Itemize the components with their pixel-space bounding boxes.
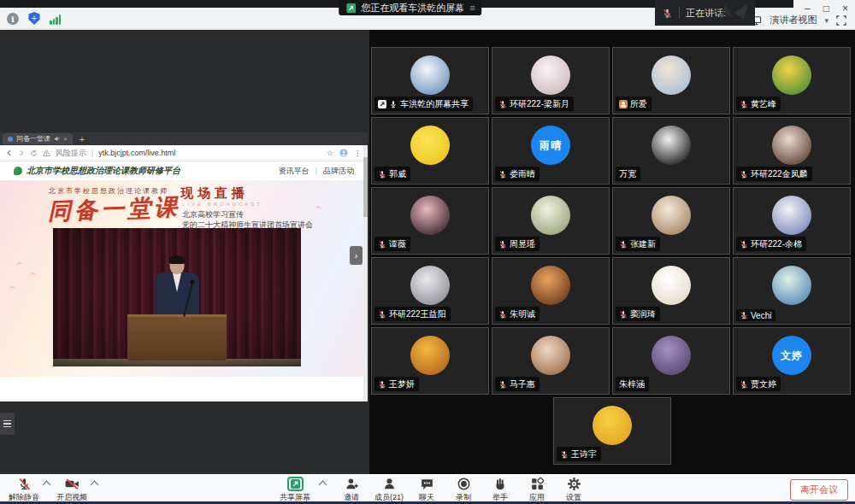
participant-name: 万宽	[619, 168, 636, 180]
unmute-button[interactable]: 解除静音	[9, 477, 39, 503]
participant-tile[interactable]: 朱梓涵	[612, 327, 730, 395]
mic-muted-icon	[619, 240, 628, 249]
participant-tile[interactable]: 环研222金凤麟	[733, 117, 851, 185]
participant-tile[interactable]: 张建新	[612, 187, 730, 255]
site-brand[interactable]: 北京市学校思想政治理论课教师研修平台	[14, 165, 180, 177]
participant-tile[interactable]: 王梦妍	[371, 327, 489, 395]
nav-link[interactable]: 品牌活动	[323, 166, 354, 177]
participant-label: 环研222王益阳	[374, 307, 451, 321]
participant-tile[interactable]: 王诗宇	[553, 397, 671, 465]
start-video-button[interactable]: 开启视频	[56, 477, 87, 503]
browser-scrollbar[interactable]	[363, 145, 368, 401]
mic-muted-icon	[498, 240, 507, 249]
start-video-label: 开启视频	[56, 492, 87, 503]
avatar	[652, 56, 691, 95]
new-tab-button[interactable]: +	[80, 135, 85, 144]
network-signal-icon[interactable]	[50, 15, 61, 25]
address-bar[interactable]: ytk.bjcjpt.com/live.html	[98, 149, 321, 157]
participant-tile[interactable]: 雨晴 娄雨晴	[492, 117, 610, 185]
security-shield-icon[interactable]: +	[28, 12, 40, 25]
participant-tile[interactable]: 所爱	[612, 47, 730, 114]
participant-label: 谭薇	[374, 237, 410, 251]
participant-tile[interactable]: 郭威	[371, 117, 489, 185]
participant-label: 所爱	[616, 97, 652, 111]
browser-tab-strip: 同备一堂课 × +	[0, 132, 368, 145]
participant-tile[interactable]: 环研222-梁新月	[492, 47, 610, 114]
maximize-button[interactable]: □	[823, 3, 829, 15]
participants-grid: 车洪乾的屏幕共享 环研222-梁新月 所爱 黄艺峰	[369, 30, 855, 474]
record-icon	[457, 477, 471, 491]
reload-icon[interactable]	[30, 149, 38, 157]
participant-tile[interactable]: Vechi	[733, 257, 851, 325]
video-options-chevron[interactable]	[91, 481, 99, 489]
participant-tile[interactable]: 马子惠	[492, 327, 610, 395]
participant-label: 环研222-余棉	[736, 237, 806, 251]
browser-tab[interactable]: 同备一堂课 ×	[3, 133, 73, 144]
leave-meeting-button[interactable]: 离开会议	[790, 479, 848, 501]
scrollbar-thumb[interactable]	[363, 157, 368, 217]
site-brand-text: 北京市学校思想政治理论课教师研修平台	[27, 165, 180, 177]
participant-tile[interactable]: 周昱瑶	[492, 187, 610, 255]
members-icon	[382, 477, 397, 491]
avatar	[531, 336, 570, 375]
meeting-toolbar: 解除静音 开启视频 共享屏幕 邀请 成员(21) 聊天 录制	[0, 474, 855, 504]
apps-button[interactable]: 应用	[523, 477, 551, 503]
mic-muted-icon	[498, 310, 507, 319]
minimize-button[interactable]: –	[805, 3, 811, 15]
mic-options-chevron[interactable]	[43, 481, 51, 489]
participant-tile[interactable]: 环研222-余棉	[733, 187, 851, 255]
avatar	[772, 196, 811, 235]
toolbar-left-group: 解除静音 开启视频	[9, 477, 100, 503]
mic-muted-icon	[378, 240, 386, 249]
mic-muted-icon	[740, 100, 748, 108]
banner-title: 同备一堂课	[47, 191, 180, 226]
participant-tile[interactable]: 窦润琦	[612, 257, 730, 325]
mic-muted-icon	[378, 310, 386, 319]
settings-button[interactable]: 设置	[560, 477, 587, 503]
live-broadcast-subtitle: LIVE BROADCAST	[182, 202, 262, 207]
record-button[interactable]: 录制	[450, 477, 477, 503]
participant-label: 王诗宇	[557, 447, 601, 461]
carousel-next-button[interactable]: ›	[350, 246, 363, 265]
chevron-down-icon[interactable]: ▾	[824, 16, 828, 25]
participant-tile[interactable]: 环研222王益阳	[371, 257, 489, 325]
participant-tile[interactable]: 谭薇	[371, 187, 489, 255]
participant-tile[interactable]: 黄艺峰	[733, 47, 851, 114]
info-icon[interactable]: i	[7, 13, 19, 25]
share-screen-button[interactable]: 共享屏幕	[280, 477, 310, 503]
window-controls: – □ ×	[805, 3, 848, 15]
fullscreen-icon[interactable]	[836, 15, 846, 26]
invite-button[interactable]: 邀请	[338, 477, 365, 503]
raise-hand-button[interactable]: 举手	[486, 477, 514, 503]
banner-menu-icon[interactable]: ≡	[469, 3, 474, 13]
close-button[interactable]: ×	[842, 3, 848, 15]
members-button[interactable]: 成员(21)	[374, 477, 404, 503]
participant-tile[interactable]: 朱明诚	[492, 257, 610, 325]
participant-tile[interactable]: 万宽	[612, 117, 730, 185]
participant-tile[interactable]: 车洪乾的屏幕共享	[371, 47, 489, 114]
nav-link[interactable]: 资讯平台	[279, 166, 310, 177]
bookmark-star-icon[interactable]: ☆	[327, 149, 333, 157]
back-icon[interactable]	[6, 149, 13, 156]
tab-close-icon[interactable]: ×	[63, 135, 68, 143]
view-mode-selector[interactable]: 演讲者视图	[770, 14, 817, 26]
record-label: 录制	[456, 492, 471, 503]
browser-menu-icon[interactable]: ⋮	[354, 149, 362, 157]
forward-icon[interactable]	[18, 149, 25, 156]
bird-decoration	[315, 205, 322, 209]
participant-name: 环研222金凤麟	[751, 168, 808, 180]
participant-tile[interactable]: 文婷 贾文婷	[733, 327, 851, 395]
risk-label[interactable]: 风险提示	[56, 148, 86, 159]
participant-label: 郭威	[374, 167, 410, 181]
side-panel-toggle[interactable]	[0, 413, 15, 435]
share-options-chevron[interactable]	[319, 481, 327, 489]
avatar	[410, 336, 450, 375]
avatar	[772, 266, 811, 305]
chat-button[interactable]: 聊天	[413, 477, 440, 503]
chat-icon	[420, 477, 434, 491]
profile-icon[interactable]	[339, 149, 348, 157]
live-video-player[interactable]	[53, 228, 301, 366]
grid-row: 王诗宇	[369, 397, 855, 465]
participant-label: Vechi	[736, 309, 775, 321]
watching-screen-banner[interactable]: 您正在观看车洪乾的屏幕 ≡	[339, 0, 481, 15]
